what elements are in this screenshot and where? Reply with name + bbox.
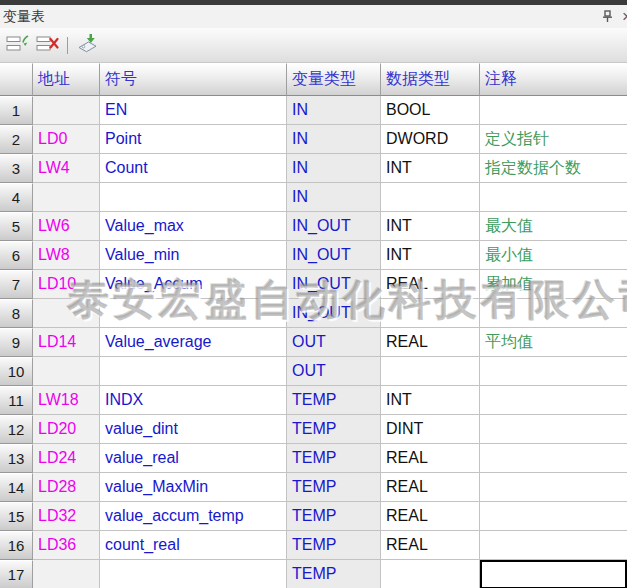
address-cell[interactable] (33, 560, 100, 588)
comment-cell[interactable] (480, 183, 627, 212)
header-symbol[interactable]: 符号 (100, 63, 287, 96)
address-cell[interactable] (33, 357, 100, 386)
variable-type-cell[interactable]: IN_OUT (287, 212, 381, 241)
symbol-cell[interactable] (100, 560, 287, 588)
variable-type-cell[interactable]: IN (287, 96, 381, 125)
delete-row-button[interactable] (34, 33, 61, 58)
variable-type-cell[interactable]: IN_OUT (287, 241, 381, 270)
row-number[interactable]: 8 (0, 299, 33, 328)
data-type-cell[interactable]: INT (381, 241, 480, 270)
row-number[interactable]: 1 (0, 96, 33, 125)
comment-cell[interactable] (480, 473, 627, 502)
insert-row-button[interactable] (4, 33, 31, 58)
data-type-cell[interactable]: REAL (381, 270, 480, 299)
data-type-cell[interactable]: REAL (381, 444, 480, 473)
variable-type-cell[interactable]: TEMP (287, 415, 381, 444)
row-number[interactable]: 17 (0, 560, 33, 588)
address-cell[interactable]: LD36 (33, 531, 100, 560)
comment-cell[interactable] (480, 415, 627, 444)
row-number[interactable]: 15 (0, 502, 33, 531)
variable-type-cell[interactable]: TEMP (287, 473, 381, 502)
symbol-cell[interactable]: Value_average (100, 328, 287, 357)
address-cell[interactable]: LD32 (33, 502, 100, 531)
close-icon[interactable]: × (620, 10, 627, 24)
address-cell[interactable]: LD24 (33, 444, 100, 473)
address-cell[interactable]: LD14 (33, 328, 100, 357)
variable-type-cell[interactable]: IN_OUT (287, 299, 381, 328)
data-type-cell[interactable]: INT (381, 386, 480, 415)
address-cell[interactable]: LD28 (33, 473, 100, 502)
data-type-cell[interactable]: REAL (381, 531, 480, 560)
symbol-cell[interactable] (100, 357, 287, 386)
variable-type-cell[interactable]: TEMP (287, 531, 381, 560)
comment-cell[interactable] (480, 299, 627, 328)
header-data-type[interactable]: 数据类型 (381, 63, 480, 96)
row-number[interactable]: 6 (0, 241, 33, 270)
symbol-cell[interactable]: Count (100, 154, 287, 183)
comment-cell[interactable]: 最小值 (480, 241, 627, 270)
data-type-cell[interactable]: REAL (381, 502, 480, 531)
variable-type-cell[interactable]: IN (287, 183, 381, 212)
data-type-cell[interactable]: REAL (381, 473, 480, 502)
variable-type-cell[interactable]: TEMP (287, 386, 381, 415)
comment-cell[interactable]: 定义指针 (480, 125, 627, 154)
data-type-cell[interactable]: DWORD (381, 125, 480, 154)
symbol-cell[interactable]: Value_min (100, 241, 287, 270)
data-type-cell[interactable]: INT (381, 154, 480, 183)
address-cell[interactable]: LD20 (33, 415, 100, 444)
variable-type-cell[interactable]: IN_OUT (287, 270, 381, 299)
address-cell[interactable]: LW8 (33, 241, 100, 270)
symbol-cell[interactable] (100, 183, 287, 212)
symbol-cell[interactable]: value_dint (100, 415, 287, 444)
address-cell[interactable] (33, 299, 100, 328)
data-type-cell[interactable] (381, 357, 480, 386)
header-comment[interactable]: 注释 (480, 63, 627, 96)
symbol-cell[interactable]: INDX (100, 386, 287, 415)
symbol-cell[interactable] (100, 299, 287, 328)
row-number[interactable]: 4 (0, 183, 33, 212)
comment-cell[interactable] (480, 357, 627, 386)
row-number[interactable]: 14 (0, 473, 33, 502)
variable-type-cell[interactable]: IN (287, 154, 381, 183)
comment-cell[interactable]: 最大值 (480, 212, 627, 241)
symbol-cell[interactable]: Point (100, 125, 287, 154)
symbol-cell[interactable]: Value_Accum (100, 270, 287, 299)
variable-type-cell[interactable]: OUT (287, 357, 381, 386)
comment-cell[interactable]: 指定数据个数 (480, 154, 627, 183)
row-number[interactable]: 5 (0, 212, 33, 241)
comment-cell[interactable] (480, 386, 627, 415)
variable-type-cell[interactable]: IN (287, 125, 381, 154)
address-cell[interactable]: LD0 (33, 125, 100, 154)
pin-icon[interactable] (602, 10, 613, 23)
header-variable-type[interactable]: 变量类型 (287, 63, 381, 96)
symbol-cell[interactable]: value_real (100, 444, 287, 473)
data-type-cell[interactable] (381, 299, 480, 328)
address-cell[interactable]: LW18 (33, 386, 100, 415)
header-address[interactable]: 地址 (33, 63, 100, 96)
address-cell[interactable]: LW6 (33, 212, 100, 241)
symbol-cell[interactable]: value_accum_temp (100, 502, 287, 531)
symbol-cell[interactable]: EN (100, 96, 287, 125)
row-number[interactable]: 3 (0, 154, 33, 183)
comment-cell[interactable] (480, 96, 627, 125)
comment-cell[interactable] (480, 531, 627, 560)
variable-type-cell[interactable]: TEMP (287, 502, 381, 531)
comment-cell[interactable]: 平均值 (480, 328, 627, 357)
row-number[interactable]: 13 (0, 444, 33, 473)
symbol-cell[interactable]: value_MaxMin (100, 473, 287, 502)
variable-type-cell[interactable]: TEMP (287, 444, 381, 473)
address-cell[interactable]: LW4 (33, 154, 100, 183)
row-number[interactable]: 12 (0, 415, 33, 444)
data-type-cell[interactable]: DINT (381, 415, 480, 444)
row-number[interactable]: 2 (0, 125, 33, 154)
row-number[interactable]: 16 (0, 531, 33, 560)
row-number[interactable]: 9 (0, 328, 33, 357)
variable-type-cell[interactable]: OUT (287, 328, 381, 357)
row-number[interactable]: 11 (0, 386, 33, 415)
comment-cell[interactable]: 累加值 (480, 270, 627, 299)
data-type-cell[interactable]: BOOL (381, 96, 480, 125)
data-type-cell[interactable] (381, 560, 480, 588)
export-button[interactable] (74, 33, 101, 58)
row-number[interactable]: 7 (0, 270, 33, 299)
address-cell[interactable] (33, 183, 100, 212)
